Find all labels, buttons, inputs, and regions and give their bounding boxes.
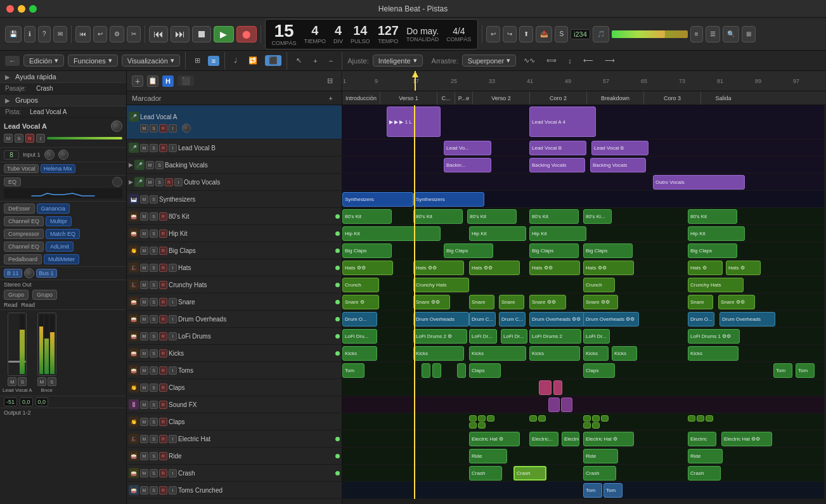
add-marker-btn[interactable]: + [325, 93, 337, 103]
m-ki[interactable]: M [140, 349, 148, 358]
region-do-4[interactable]: Drum Overheads ⚙⚙ [529, 312, 585, 326]
region-sn-3[interactable]: Snare [499, 295, 524, 309]
region-eh-1[interactable]: Electric Hat ⚙ [469, 432, 520, 446]
region-ki-3[interactable]: Kicks [529, 346, 580, 361]
track-header-crunchy-hats[interactable]: 🎩 M S R Crunchy Hats [127, 276, 342, 294]
region-cr-3[interactable]: Crash [583, 466, 616, 481]
region-lf-2[interactable]: LoFi Dr... [469, 329, 497, 344]
region-bc-5[interactable]: Big Claps [688, 243, 737, 258]
region-to-intro[interactable]: Tom [342, 363, 365, 378]
r-cl[interactable]: R [159, 384, 167, 392]
region-sn-intro[interactable]: Snare ⚙ [342, 295, 379, 309]
i-hats[interactable]: I [169, 264, 177, 272]
region-lf-3[interactable]: LoFi Dr... [501, 329, 527, 344]
s-hip[interactable]: S [150, 229, 158, 238]
bus1-btn[interactable]: Bus 1 [36, 269, 57, 278]
track-header-backing-vocals[interactable]: ▶ 🎤 M S Backing Vocals [127, 157, 342, 174]
region-ki-6[interactable]: Kicks [688, 346, 739, 361]
edicion-menu[interactable]: Edición ▾ [23, 55, 64, 67]
region-cl2-8[interactable] [583, 415, 591, 422]
r-sfx[interactable]: R [159, 401, 167, 409]
region-hats-5[interactable]: Hats ⚙⚙ [583, 261, 634, 275]
region-do-3[interactable]: Drum C... [499, 312, 526, 326]
vol2-val[interactable]: 0,0 [20, 397, 33, 406]
region-hats-4[interactable]: Hats ⚙⚙ [529, 261, 580, 275]
vol-knob-lva[interactable] [182, 124, 191, 132]
region-ch-intro[interactable]: Crunch [342, 278, 379, 292]
track-header-lofi-drums[interactable]: 🥁 M S R I LoFi Drums [127, 328, 342, 345]
grupo2-slot[interactable]: Grupo [32, 290, 57, 300]
stop-btn[interactable]: ⏹ [192, 26, 211, 42]
ajuste-menu[interactable]: Inteligente ▾ [373, 55, 423, 67]
region-cl-1[interactable] [539, 380, 552, 395]
region-lf-4[interactable]: LoFi Drums 2 [529, 329, 581, 344]
funciones-menu[interactable]: Funciones ▾ [68, 55, 118, 67]
region-to-clap1[interactable]: Claps [469, 363, 501, 378]
r-do[interactable]: R [159, 315, 167, 323]
m-ov[interactable]: M [146, 178, 154, 186]
solo-btn[interactable]: S [15, 134, 23, 143]
region-cl2-5[interactable] [478, 422, 486, 429]
region-tc-1[interactable]: Tom [583, 483, 602, 498]
r-ch[interactable]: R [159, 281, 167, 289]
i-do[interactable]: I [169, 315, 177, 323]
r-cl2[interactable]: R [159, 418, 167, 426]
grid-view[interactable]: ⊞ [191, 55, 204, 66]
s-80s[interactable]: S [150, 212, 158, 221]
region-sn-4[interactable]: Snare ⚙⚙ [529, 295, 566, 309]
region-cl-2[interactable] [553, 380, 562, 395]
channel-eq-slot[interactable]: Channel EQ [4, 216, 44, 226]
maximize-button[interactable] [29, 5, 37, 13]
region-hats-3[interactable]: Hats ⚙⚙ [469, 261, 520, 275]
timeline-content[interactable]: .tl-body { width: 760px; position: relat… [342, 105, 826, 504]
s-hats[interactable]: S [150, 264, 158, 272]
region-hip-3[interactable]: Hip Kit [529, 226, 586, 241]
solo-fader-btn[interactable]: S [18, 377, 27, 386]
region-bv-3[interactable]: Backing Vocals [590, 158, 646, 172]
region-eh-4[interactable]: Electric Hat ⚙ [583, 432, 634, 446]
region-lvb-1[interactable]: Lead Vo... [444, 141, 491, 155]
region-hip-4[interactable]: Hip Kit [688, 226, 745, 241]
region-sn-2[interactable]: Snare [469, 295, 494, 309]
bus-knob[interactable] [24, 268, 34, 278]
rec-arm-btn[interactable]: R [25, 134, 34, 143]
m-bv[interactable]: M [146, 161, 154, 169]
r-ri[interactable]: R [159, 452, 167, 460]
search-btn[interactable]: 🔍 [723, 26, 739, 42]
s-ov[interactable]: S [155, 178, 164, 186]
mute-r-btn[interactable]: M [37, 377, 46, 386]
i-ov[interactable]: I [174, 178, 183, 186]
scroll-right[interactable]: ⟶ [601, 55, 619, 66]
s-tc[interactable]: S [150, 486, 158, 494]
track-header-kicks[interactable]: 🥁 M S R Kicks [127, 345, 342, 362]
minus-tool[interactable]: − [325, 56, 337, 66]
channel-eq2-slot[interactable]: Channel EQ [4, 242, 44, 252]
multimeter-slot[interactable]: MultiMeter [44, 254, 79, 264]
ganancia-slot[interactable]: Ganancia [37, 204, 70, 214]
region-sn-7[interactable]: Snare ⚙⚙ [718, 295, 755, 309]
r-bc[interactable]: R [159, 247, 167, 255]
m-sn[interactable]: M [140, 298, 148, 306]
m-ch[interactable]: M [140, 281, 148, 289]
region-cl2-10[interactable] [601, 415, 609, 422]
region-cl2-2[interactable] [478, 415, 486, 422]
export-btn[interactable]: ⬆ [519, 26, 533, 42]
region-to-tom2[interactable]: Tom [796, 363, 815, 378]
region-80s-6[interactable]: 80's Kit [688, 209, 737, 224]
s-lf[interactable]: S [150, 332, 158, 340]
region-bc-1[interactable]: Big Claps [342, 243, 392, 258]
r-80s[interactable]: R [159, 212, 167, 221]
region-ri-3[interactable]: Ride [688, 449, 723, 463]
m-cl2[interactable]: M [140, 418, 148, 426]
r-cr[interactable]: R [159, 469, 167, 477]
input-knob[interactable] [44, 150, 55, 160]
info-btn[interactable]: ℹ [24, 26, 35, 42]
region-to-1[interactable] [422, 363, 430, 378]
m-hats[interactable]: M [140, 264, 148, 272]
track-header-hats[interactable]: 🎩 M S R I Hats [127, 259, 342, 276]
region-cl2-9[interactable] [592, 415, 600, 422]
zoom-in-h[interactable]: ⟺ [543, 55, 560, 66]
multipr-slot[interactable]: Multipr [46, 216, 72, 226]
cut-btn[interactable]: ✂ [127, 26, 141, 42]
s-bv[interactable]: S [155, 161, 164, 169]
